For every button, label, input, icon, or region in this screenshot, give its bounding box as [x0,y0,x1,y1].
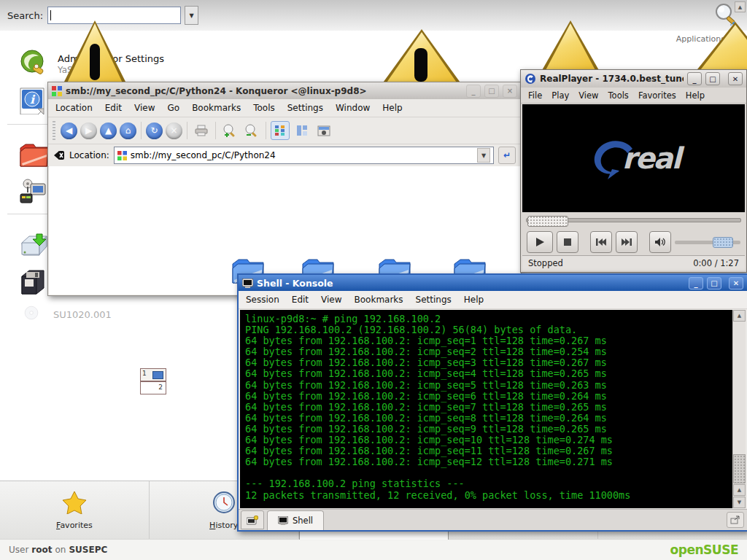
menu-file[interactable]: File [528,90,542,101]
menu-edit[interactable]: Edit [292,295,309,305]
terminal-line: 64 bytes from 192.168.100.2: icmp_seq=10… [245,435,733,446]
menu-edit[interactable]: Edit [105,103,122,113]
seek-thumb[interactable] [527,216,568,227]
window-icon [52,86,62,96]
terminal-line: 64 bytes from 192.168.100.2: icmp_seq=2 … [245,346,733,357]
konqueror-location-bar: Location: smb://my_second_pc/C/Python24 … [48,144,521,167]
realplayer-titlebar[interactable]: RealPlayer - 1734.0.best_tune_ever-checl… [521,70,746,88]
menu-go[interactable]: Go [168,103,180,113]
previous-button[interactable] [590,231,612,253]
menu-favorites[interactable]: Favorites [638,90,676,101]
window-title: RealPlayer - 1734.0.best_tune_ever-checl [540,74,684,84]
menu-settings[interactable]: Settings [287,103,323,113]
menu-settings[interactable]: Settings [416,295,452,305]
scroll-down-button[interactable]: ▼ [733,497,746,508]
new-session-button[interactable] [241,510,264,529]
search-dropdown-button[interactable]: ▼ [185,6,198,25]
minimize-button[interactable]: _ [689,277,703,289]
terminal-scrollbar[interactable]: ▲ ▲ ▼ [732,310,746,508]
print-button[interactable] [192,121,211,140]
terminal-line: 64 bytes from 192.168.100.2: icmp_seq=11… [245,446,733,456]
konqueror-window[interactable]: smb://my_second_pc/C/Python24 - Konquero… [47,82,522,296]
pager-desktop-1[interactable]: 1 [140,368,166,381]
location-dropdown-button[interactable]: ▼ [477,148,490,163]
icon-view-button[interactable] [271,121,290,140]
terminal-line: 64 bytes from 192.168.100.2: icmp_seq=6 … [245,391,733,402]
forward-button[interactable]: ▶ [80,122,97,139]
volume-slider[interactable] [675,241,740,244]
menu-bookmarks[interactable]: Bookmarks [192,103,241,113]
close-button[interactable]: ✕ [729,277,743,289]
tab-favorites[interactable]: Favorites [0,481,150,540]
exclamation-mark [90,44,100,80]
konqueror-titlebar[interactable]: smb://my_second_pc/C/Python24 - Konquero… [48,82,521,99]
menu-tools[interactable]: Tools [608,90,629,101]
konsole-window[interactable]: Shell - Konsole _ □ ✕ Session Edit View … [237,273,747,532]
stop-button[interactable]: × [166,122,182,139]
minimize-button[interactable]: _ [466,85,481,98]
menu-search-row: Search: ▼ [0,0,747,31]
play-button[interactable] [527,231,553,253]
toolbar-handle[interactable] [53,121,55,140]
menu-view[interactable]: View [134,103,155,113]
scrollbar-thumb[interactable] [733,454,746,483]
location-label: Location: [69,150,109,160]
desktop-pager[interactable]: 1 2 [140,368,166,394]
up-button[interactable]: ▲ [100,122,117,139]
harddisk-icon [19,233,50,262]
maximize-button[interactable]: □ [484,85,499,98]
menu-session[interactable]: Session [246,295,279,305]
next-button[interactable] [616,231,638,253]
maximize-button[interactable]: □ [707,277,721,289]
pager-desktop-2[interactable]: 2 [140,381,166,394]
playback-time: 0:00 / 1:27 [693,258,739,268]
go-button[interactable]: ↵ [498,147,516,164]
detach-session-button[interactable] [727,512,744,528]
close-button[interactable]: × [503,85,517,98]
zoom-out-button[interactable] [242,121,261,140]
opensuse-logo: openSUSE [670,542,738,557]
menu-help[interactable]: Help [382,103,402,113]
menu-help[interactable]: Help [464,295,484,305]
scroll-up-button[interactable]: ▲ [733,484,746,496]
reload-button[interactable]: ↻ [146,122,163,139]
seek-bar[interactable] [522,214,745,227]
maximize-button[interactable]: □ [705,72,720,85]
volume-thumb[interactable] [713,237,733,248]
menu-window[interactable]: Window [336,103,370,113]
home-button[interactable]: ⌂ [120,122,136,139]
menu-help[interactable]: Help [686,90,705,101]
network-folders-icon [19,178,48,207]
location-input[interactable]: smb://my_second_pc/C/Python24 ▼ [114,147,494,164]
terminal-line: 64 bytes from 192.168.100.2: icmp_seq=3 … [245,357,733,368]
konsole-titlebar[interactable]: Shell - Konsole _ □ ✕ [239,275,747,291]
close-button[interactable]: ✕ [728,72,743,85]
terminal-line: 64 bytes from 192.168.100.2: icmp_seq=8 … [245,413,733,424]
cd-icon [19,306,44,323]
menu-location[interactable]: Location [55,103,93,113]
stop-button[interactable] [557,231,578,253]
clear-location-icon[interactable] [53,149,65,161]
clock-icon [212,491,236,516]
menu-view[interactable]: View [578,90,598,101]
menu-play[interactable]: Play [551,90,569,101]
multicolumn-view-button[interactable] [293,121,311,140]
location-value: smb://my_second_pc/C/Python24 [131,150,276,160]
menu-bookmarks[interactable]: Bookmarks [355,295,403,305]
terminal-output[interactable]: linux-p9d8:~ # ping 192.168.100.2 PING 1… [240,310,733,508]
on-label: on [55,545,66,555]
scroll-up-button[interactable]: ▲ [735,1,746,12]
image-preview-button[interactable] [314,121,333,140]
menu-view[interactable]: View [321,295,341,305]
minimize-button[interactable]: _ [687,72,702,85]
zoom-in-button[interactable] [220,121,239,140]
search-input[interactable] [47,7,181,24]
terminal-line: --- 192.168.100.2 ping statistics --- [245,478,733,489]
back-button[interactable]: ◀ [61,122,77,139]
tab-shell[interactable]: Shell [267,510,324,530]
terminal-line [245,467,733,478]
menu-tools[interactable]: Tools [253,103,275,113]
volume-button[interactable] [649,231,671,253]
scroll-up-button[interactable]: ▲ [733,310,746,322]
realplayer-window[interactable]: RealPlayer - 1734.0.best_tune_ever-checl… [520,69,747,273]
